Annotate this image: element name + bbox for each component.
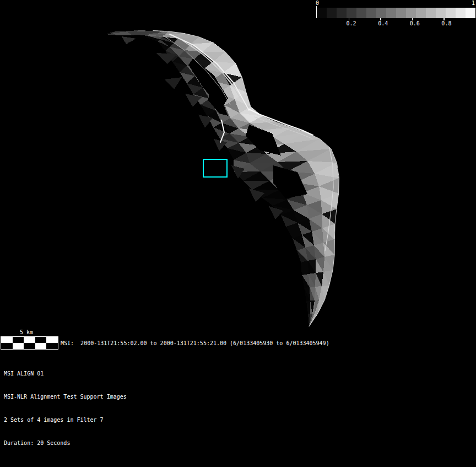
colorbar-step	[347, 8, 356, 18]
scalebar-cell	[13, 343, 24, 349]
observation-detail: 2 Sets of 4 images in Filter 7	[4, 416, 127, 424]
colorbar-step	[406, 8, 416, 18]
mesh-facet	[107, 31, 122, 32]
scalebar-cell	[1, 343, 13, 349]
colorbar-step	[436, 8, 446, 18]
colorbar-min-label: 0	[316, 0, 319, 6]
observation-info: MSI ALIGN 01 MSI-NLR Alignment Test Supp…	[4, 355, 127, 455]
colorbar-step	[456, 8, 466, 18]
mesh-facet	[164, 77, 182, 89]
colorbar-step	[426, 8, 436, 18]
scalebar-cell	[24, 337, 35, 343]
scalebar-cell	[24, 343, 35, 349]
colorbar-tick-label: 0.2	[347, 20, 356, 26]
scalebar-cell	[35, 343, 47, 349]
colorbar-step	[337, 8, 347, 18]
colorbar-step	[327, 8, 337, 18]
scalebar-cell	[1, 337, 13, 343]
colorbar-step	[317, 8, 327, 18]
observation-description: MSI-NLR Alignment Test Support Images	[4, 393, 127, 401]
app-background: { "colors": { "background": "#000000", "…	[0, 0, 476, 467]
colorbar-step	[446, 8, 456, 18]
colorbar-tick-label: 0.4	[378, 20, 388, 26]
colorbar-step	[366, 8, 376, 18]
observation-id: MSI ALIGN 01	[4, 370, 127, 378]
scalebar-cell	[35, 337, 47, 343]
scalebar-label: 5 km	[20, 329, 33, 335]
colorbar-gradient	[317, 8, 475, 18]
msi-timeline-text: MSI: 2000-131T21:55:02.00 to 2000-131T21…	[61, 340, 329, 346]
asteroid-mesh	[107, 30, 339, 326]
mesh-facet	[269, 94, 300, 111]
scale-bar	[1, 336, 58, 350]
mesh-facet	[122, 36, 136, 44]
scalebar-cell	[13, 337, 24, 343]
colorbar-max-label: 1	[472, 0, 475, 6]
colorbar-step	[386, 8, 396, 18]
colorbar-tick-label: 0.6	[410, 20, 420, 26]
scalebar-cell	[46, 343, 58, 349]
observation-duration: Duration: 20 Seconds	[4, 439, 127, 447]
scalebar-cell	[46, 337, 58, 343]
colorbar-step	[356, 8, 366, 18]
colorbar-tick-label: 0.8	[441, 20, 451, 26]
colorbar-step	[466, 8, 475, 18]
colorbar-step	[376, 8, 386, 18]
colorbar-step	[396, 8, 406, 18]
msi-footprint-box	[203, 159, 228, 178]
colorbar-step	[416, 8, 426, 18]
